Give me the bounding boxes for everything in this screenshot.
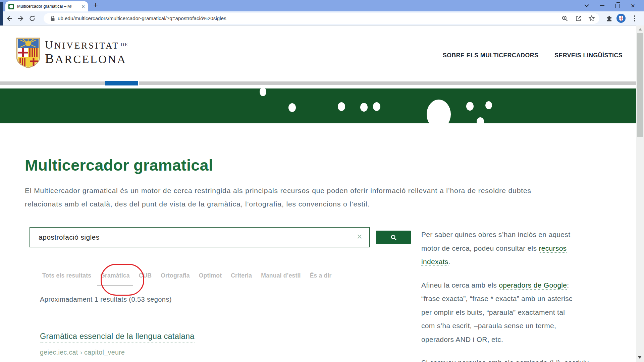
tab-close-icon[interactable]: × [82,4,85,9]
tab-tots-els-resultats[interactable]: Tots els resultats [42,272,91,279]
intro-line-1: El Multicercador gramatical és un motor … [25,184,531,197]
search-button[interactable] [376,231,411,244]
minimize-button[interactable] [594,0,610,11]
decorative-banner [0,88,644,123]
browser-toolbar: ub.edu/multicercadors/multicercador-gram… [0,11,644,26]
vertical-scrollbar-thumb[interactable] [637,33,643,137]
recursos-indexats-link[interactable]: recursos [539,244,567,253]
url-text: ub.edu/multicercadors/multicercador-gram… [58,15,226,21]
site-nav: SOBRE ELS MULTICERCADORS SERVEIS LINGÜÍS… [443,52,623,59]
intro-paragraph: El Multicercador gramatical és un motor … [25,184,531,210]
extensions-puzzle-icon[interactable] [606,15,612,22]
tab-es-a-dir[interactable]: És a dir [310,272,332,279]
horizontal-scrollbar-track[interactable] [0,81,636,85]
tab-cub[interactable]: CUB [139,272,152,279]
ub-wordmark[interactable]: UNIVERSITATDE BARCELONA [45,40,128,65]
horizontal-scrollbar-thumb[interactable] [105,81,138,85]
tab-optimot[interactable]: Optimot [199,272,222,279]
results-filter-tabs: Tots els resultats Gramàtica CUB Ortogra… [42,272,332,279]
tab-criteria[interactable]: Criteria [231,272,252,279]
maximize-restore-button[interactable] [610,0,625,11]
result-link[interactable]: Gramàtica essencial de la llengua catala… [40,332,195,343]
tab-search-chevron-icon[interactable] [579,0,594,11]
nav-serveis-linguistics[interactable]: SERVEIS LINGÜÍSTICS [554,52,623,59]
reload-button[interactable] [28,14,36,22]
sidebar-paragraph-1: Per saber quines obres s’han inclòs en a… [421,228,609,269]
new-tab-button[interactable]: + [93,0,98,10]
results-summary: Aproximadament 1 resultats (0.53 segons) [40,296,172,303]
page-title: Multicercador gramatical [25,156,213,174]
tab-ortografia[interactable]: Ortografia [161,272,190,279]
annotation-circle [101,264,144,296]
tab-manual-destil[interactable]: Manual d’estil [261,272,301,279]
browser-tab[interactable]: Multicercador gramatical – Multi × [5,1,88,11]
tab-title: Multicercador gramatical – Multi [17,4,71,9]
profile-avatar[interactable] [616,14,626,23]
browser-menu-kebab-icon[interactable] [634,15,635,22]
wordmark-line1: UNIVERSITATDE [45,40,128,51]
window-edge [0,2,3,25]
share-icon[interactable] [575,15,582,22]
result-breadcrumb: geiec.iec.cat › capitol_veure [40,349,125,356]
lock-icon [50,16,55,23]
recursos-indexats-link-2[interactable]: indexats [421,258,448,266]
bookmark-star-icon[interactable] [588,15,595,22]
help-sidebar: Per saber quines obres s’han inclòs en a… [421,228,609,362]
back-button[interactable] [5,14,13,22]
nav-sobre-els-multicercadors[interactable]: SOBRE ELS MULTICERCADORS [443,52,538,59]
intro-line-2: relacionats amb el català, des del punt … [25,197,531,211]
tab-gramatica[interactable]: Gramàtica [100,272,129,279]
sidebar-paragraph-3-partial: Si cerqueu paraules amb ela geminada (l·… [421,356,609,362]
scroll-up-arrow-icon[interactable] [639,28,642,31]
site-favicon-icon [8,4,14,9]
scroll-down-arrow-icon[interactable] [638,356,642,359]
wordmark-line2: BARCELONA [45,52,128,65]
forward-button[interactable] [17,14,25,22]
banner-dots [0,88,644,123]
url-bar[interactable]: ub.edu/multicercadors/multicercador-gram… [44,13,599,24]
ub-crest-logo[interactable] [16,38,40,68]
search-magnifier-icon [390,234,397,241]
window-controls: × [579,0,641,11]
tabs-divider [33,287,411,287]
browser-titlebar: Multicercador gramatical – Multi × + × [0,0,644,11]
operadors-de-google-link[interactable]: operadors de Google [499,281,567,290]
search-input[interactable] [30,227,370,247]
window-close-button[interactable]: × [625,0,641,11]
zoom-icon[interactable] [561,15,568,22]
sidebar-paragraph-2: Afineu la cerca amb els operadors de Goo… [421,279,609,347]
clear-search-icon[interactable]: × [357,232,362,242]
avatar-crest-icon [619,16,623,21]
